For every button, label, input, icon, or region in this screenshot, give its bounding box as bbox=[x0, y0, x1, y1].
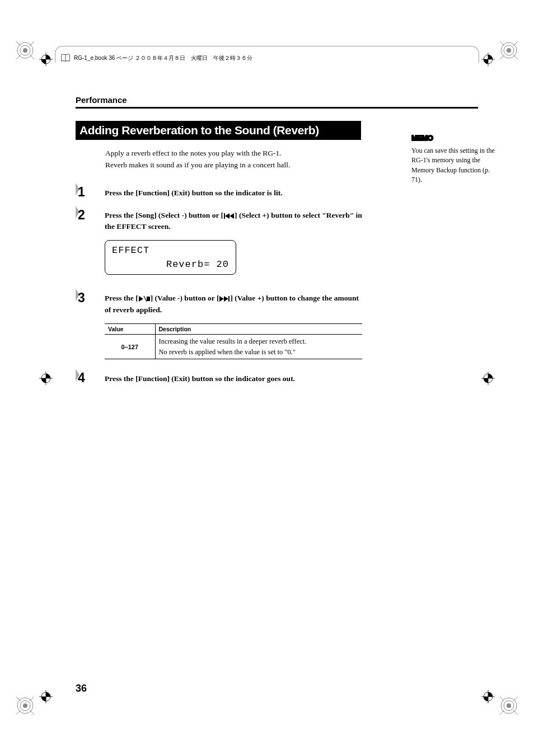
svg-point-24 bbox=[41, 374, 50, 383]
memo-sidebar: MEMOMEMO You can save this setting in th… bbox=[411, 133, 498, 185]
intro-line-2: Reverb makes it sound as if you are play… bbox=[105, 159, 364, 171]
svg-point-18 bbox=[41, 692, 50, 701]
svg-point-4 bbox=[504, 45, 514, 55]
table-header-value: Value bbox=[105, 323, 155, 334]
lcd-line-1: EFFECT bbox=[112, 245, 149, 256]
svg-point-9 bbox=[501, 698, 517, 713]
svg-line-35 bbox=[144, 296, 147, 302]
section-header: Performance bbox=[76, 95, 478, 105]
step-3: 3 Press the [] (Value -) button or [] (V… bbox=[76, 290, 364, 316]
step-number: 3 bbox=[76, 290, 97, 306]
svg-point-21 bbox=[484, 692, 493, 701]
svg-text:MEMO: MEMO bbox=[411, 134, 433, 142]
step-2: 2 Press the [Song] (Select -) button or … bbox=[76, 208, 364, 233]
lcd-display: EFFECT Reverb= 20 bbox=[105, 240, 236, 275]
step-body: Press the [Function] (Exit) button so th… bbox=[105, 370, 364, 384]
step-1: 1 Press the [Function] (Exit) button so … bbox=[76, 185, 364, 200]
svg-marker-33 bbox=[229, 213, 234, 219]
table-cell-description: Increasing the value results in a deeper… bbox=[155, 334, 362, 359]
svg-point-10 bbox=[504, 701, 514, 711]
lcd-line-2: Reverb= 20 bbox=[166, 259, 229, 270]
svg-point-0 bbox=[17, 43, 33, 58]
value-table: Value Description 0–127 Increasing the v… bbox=[105, 323, 362, 360]
memo-text: You can save this setting in the RG-1's … bbox=[411, 146, 498, 185]
table-header-description: Description bbox=[155, 323, 362, 334]
svg-point-7 bbox=[20, 701, 30, 711]
svg-point-15 bbox=[484, 55, 493, 64]
step-body: Press the [] (Value -) button or [] (Val… bbox=[105, 290, 364, 316]
step-number: 2 bbox=[76, 208, 97, 223]
svg-point-6 bbox=[17, 698, 33, 713]
svg-point-27 bbox=[484, 374, 493, 383]
play-stop-icon bbox=[139, 296, 150, 302]
step-body: Press the [Function] (Exit) button so th… bbox=[105, 185, 364, 199]
svg-rect-31 bbox=[224, 213, 225, 219]
svg-point-8 bbox=[23, 703, 27, 708]
svg-point-1 bbox=[20, 45, 30, 55]
svg-point-3 bbox=[501, 43, 517, 58]
step-number: 4 bbox=[76, 370, 97, 386]
svg-point-11 bbox=[507, 703, 511, 708]
page-header-text: RG-1_e.book 36 ページ ２００８年４月８日 火曜日 午後２時３６分 bbox=[74, 54, 252, 62]
svg-rect-36 bbox=[147, 297, 150, 301]
step-body: Press the [Song] (Select -) button or []… bbox=[105, 208, 364, 233]
intro-line-1: Apply a reverb effect to the notes you p… bbox=[105, 148, 364, 159]
page-header-bar: RG-1_e.book 36 ページ ２００８年４月８日 火曜日 午後２時３６分 bbox=[60, 53, 252, 63]
svg-point-2 bbox=[23, 48, 27, 53]
step-number: 1 bbox=[76, 185, 97, 200]
table-row: 0–127 Increasing the value results in a … bbox=[105, 334, 362, 359]
page-number: 36 bbox=[76, 683, 87, 694]
memo-label: MEMOMEMO bbox=[411, 133, 498, 145]
svg-marker-32 bbox=[225, 213, 229, 219]
intro-paragraph: Apply a reverb effect to the notes you p… bbox=[105, 148, 364, 171]
next-track-icon bbox=[219, 296, 229, 302]
prev-track-icon bbox=[224, 213, 234, 219]
svg-point-12 bbox=[41, 55, 50, 64]
svg-point-5 bbox=[507, 48, 511, 53]
svg-marker-38 bbox=[224, 296, 228, 302]
svg-marker-34 bbox=[139, 296, 143, 302]
table-cell-value: 0–127 bbox=[105, 334, 155, 359]
book-icon bbox=[60, 53, 71, 63]
svg-marker-37 bbox=[219, 296, 224, 302]
main-heading: Adding Reverberation to the Sound (Rever… bbox=[76, 121, 361, 140]
step-4: 4 Press the [Function] (Exit) button so … bbox=[76, 370, 364, 386]
horizontal-rule bbox=[76, 107, 478, 109]
